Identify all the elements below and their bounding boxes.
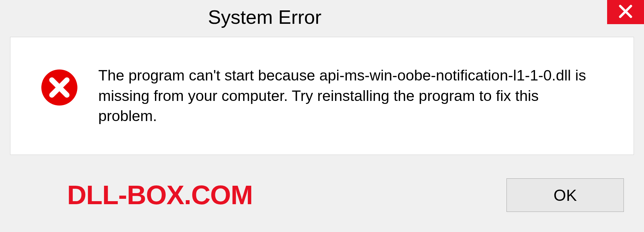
footer-area: DLL-BOX.COM OK [10, 168, 634, 222]
ok-button[interactable]: OK [506, 178, 624, 212]
error-message: The program can't start because api-ms-w… [98, 65, 613, 126]
close-icon [618, 4, 633, 20]
ok-button-label: OK [553, 186, 577, 205]
dialog-title: System Error [208, 6, 321, 28]
brand-watermark: DLL-BOX.COM [67, 180, 253, 211]
content-panel: The program can't start because api-ms-w… [10, 37, 634, 155]
error-icon [41, 69, 78, 106]
title-bar: System Error [0, 0, 644, 34]
close-button[interactable] [607, 0, 644, 24]
